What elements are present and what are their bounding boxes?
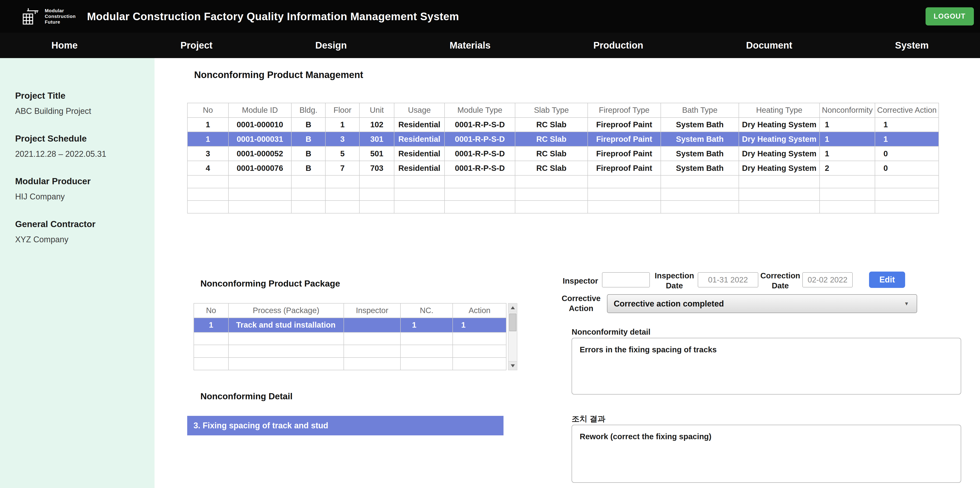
- app-logo: Modular Construction Future: [21, 7, 76, 26]
- table-row-empty[interactable]: [194, 358, 506, 370]
- table-cell: Fireproof Paint: [588, 118, 661, 132]
- table-row[interactable]: 1Track and stud installation11: [194, 318, 506, 332]
- table-cell: [291, 188, 325, 201]
- table-row[interactable]: 10001-000010B1102Residential0001-R-P-S-D…: [188, 118, 939, 132]
- table-cell: [588, 175, 661, 188]
- table-cell: [291, 200, 325, 213]
- table-cell: System Bath: [661, 146, 739, 161]
- table-cell: [229, 358, 344, 370]
- table-cell: [188, 200, 229, 213]
- nav-item-materials[interactable]: Materials: [443, 40, 497, 51]
- nav-item-system[interactable]: System: [889, 40, 935, 51]
- logout-button[interactable]: LOGOUT: [926, 8, 974, 25]
- column-header: Module ID: [229, 103, 291, 118]
- table-row[interactable]: 10001-000031B3301Residential0001-R-P-S-D…: [188, 132, 939, 146]
- table-cell: [394, 188, 444, 201]
- table-cell: 0001-000031: [229, 132, 291, 146]
- sidebar-section-value: ABC Building Project: [15, 107, 146, 116]
- correction-date-input[interactable]: [802, 272, 853, 288]
- table-cell: [819, 175, 875, 188]
- corrective-action-select[interactable]: Corrective action completed ▼: [607, 294, 917, 313]
- package-table: NoProcess (Package)InspectorNC.Action1Tr…: [194, 303, 507, 370]
- inspection-date-label: Inspection Date: [654, 271, 695, 291]
- inspection-date-input[interactable]: [698, 272, 758, 288]
- table-cell: Fireproof Paint: [588, 161, 661, 175]
- detail-selected-item[interactable]: 3. Fixing spacing of track and stud: [187, 416, 503, 436]
- main-content: Nonconforming Product Management NoModul…: [154, 58, 980, 488]
- app-title: Modular Construction Factory Quality Inf…: [87, 10, 459, 23]
- table-cell: [325, 200, 360, 213]
- table-cell: [739, 188, 819, 201]
- table-cell: [875, 200, 939, 213]
- column-header: Heating Type: [739, 103, 819, 118]
- column-header: Fireproof Type: [588, 103, 661, 118]
- table-cell: [661, 200, 739, 213]
- column-header: Module Type: [444, 103, 515, 118]
- inspector-label: Inspector: [559, 276, 598, 286]
- table-header-row: NoModule IDBldg.FloorUnitUsageModule Typ…: [188, 103, 939, 118]
- nav-item-home[interactable]: Home: [45, 40, 84, 51]
- table-cell: 1: [194, 318, 229, 332]
- table-row-empty[interactable]: [188, 200, 939, 213]
- column-header: Inspector: [344, 303, 401, 318]
- table-cell: Fireproof Paint: [588, 132, 661, 146]
- sidebar-section-project-schedule: Project Schedule 2021.12.28 – 2022.05.31: [15, 134, 146, 159]
- nonconformity-detail-textarea[interactable]: Errors in the fixing spacing of tracks: [571, 338, 961, 394]
- table-cell: [194, 358, 229, 370]
- table-cell: [344, 358, 401, 370]
- table-row[interactable]: 40001-000076B7703Residential0001-R-P-S-D…: [188, 161, 939, 175]
- detail-title: Nonconforming Detail: [200, 391, 293, 401]
- table-cell: [401, 332, 453, 345]
- table-cell: [394, 200, 444, 213]
- table-cell: 1: [819, 132, 875, 146]
- column-header: Bldg.: [291, 103, 325, 118]
- sidebar-section-label: Project Title: [15, 91, 146, 101]
- scroll-down-button[interactable]: [509, 361, 517, 370]
- action-result-textarea[interactable]: Rework (correct the fixing spacing): [571, 425, 961, 483]
- column-header: Usage: [394, 103, 444, 118]
- column-header: Nonconformity: [819, 103, 875, 118]
- table-cell: [588, 188, 661, 201]
- table-row-empty[interactable]: [194, 345, 506, 358]
- table-cell: [875, 188, 939, 201]
- nav-item-project[interactable]: Project: [174, 40, 219, 51]
- table-row[interactable]: 30001-000052B5501Residential0001-R-P-S-D…: [188, 146, 939, 161]
- table-cell: B: [291, 132, 325, 146]
- page-title: Nonconforming Product Management: [194, 70, 363, 80]
- table-cell: Track and stud installation: [229, 318, 344, 332]
- table-cell: [739, 200, 819, 213]
- package-scrollbar[interactable]: [508, 303, 517, 370]
- nav-item-design[interactable]: Design: [309, 40, 353, 51]
- table-row-empty[interactable]: [194, 332, 506, 345]
- column-header: Bath Type: [661, 103, 739, 118]
- table-row-empty[interactable]: [188, 188, 939, 201]
- sidebar-section-value: 2021.12.28 – 2022.05.31: [15, 149, 146, 159]
- inspector-input[interactable]: [602, 272, 650, 288]
- table-cell: 0001-000052: [229, 146, 291, 161]
- table-cell: [453, 345, 506, 358]
- table-cell: [444, 200, 515, 213]
- app-header: Modular Construction Future Modular Cons…: [0, 0, 980, 33]
- scroll-up-button[interactable]: [509, 304, 517, 312]
- chevron-down-icon: ▼: [904, 301, 909, 307]
- table-cell: 3: [325, 132, 360, 146]
- nav-item-production[interactable]: Production: [587, 40, 649, 51]
- table-cell: [401, 358, 453, 370]
- table-cell: [325, 175, 360, 188]
- nav-item-document[interactable]: Document: [740, 40, 799, 51]
- corrective-action-value: Corrective action completed: [614, 299, 724, 308]
- table-cell: RC Slab: [515, 118, 587, 132]
- table-cell: RC Slab: [515, 132, 587, 146]
- table-row-empty[interactable]: [188, 175, 939, 188]
- main-nav: Home Project Design Materials Production…: [0, 33, 980, 58]
- table-cell: [394, 175, 444, 188]
- column-header: NC.: [401, 303, 453, 318]
- logo-text-line: Construction: [45, 14, 76, 19]
- edit-button[interactable]: Edit: [869, 272, 905, 288]
- sidebar-section-value: HIJ Company: [15, 192, 146, 202]
- triangle-down-icon: [511, 364, 515, 367]
- table-cell: [229, 345, 344, 358]
- scroll-thumb[interactable]: [509, 313, 516, 331]
- table-cell: Residential: [394, 118, 444, 132]
- package-title: Nonconforming Product Package: [200, 278, 340, 289]
